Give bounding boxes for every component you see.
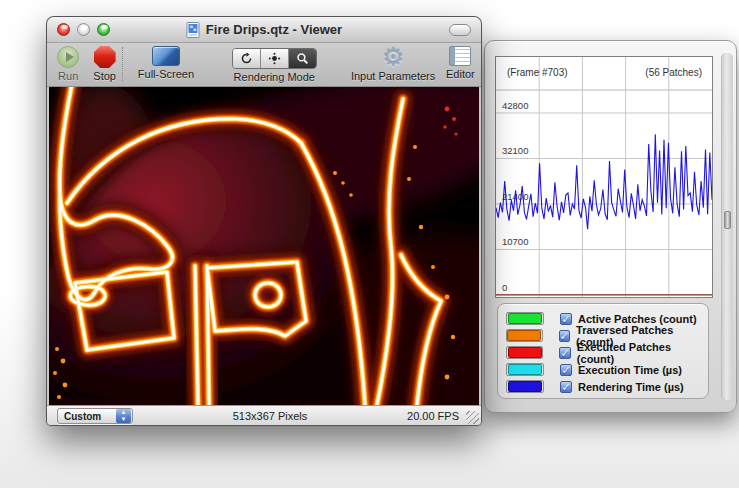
rendering-mode-control: Rendering Mode [224,43,324,83]
fullscreen-label: Full-Screen [138,68,194,80]
color-swatch-frame [506,363,544,376]
toolbar: Run Stop Full-Screen [47,43,481,87]
rendering-time-checkbox[interactable]: ✓ [560,381,572,393]
fire-artwork [49,87,479,405]
execution-time-checkbox[interactable]: ✓ [560,364,572,376]
document-icon [186,22,201,38]
graph-legend: ✓ Active Patches (count) ✓ Traversed Pat… [497,303,709,399]
perf-chart-svg: 010700214003210042800 [496,57,712,297]
legend-row-execution-time: ✓ Execution Time (µs) [506,361,708,378]
active-patches-checkbox[interactable]: ✓ [560,313,572,325]
fullscreen-button[interactable]: Full-Screen [134,43,198,80]
inspect-mode-segment[interactable] [289,49,316,68]
editor-button[interactable]: Editor [440,43,481,80]
close-button[interactable] [57,23,70,36]
legend-label: Rendering Time (µs) [578,381,684,393]
titlebar[interactable]: Fire Drips.qtz - Viewer [47,17,481,43]
rendering-time-swatch [508,381,542,392]
window-title: Fire Drips.qtz - Viewer [206,22,342,37]
statusbar: Custom ▲▼ 513x367 Pixels 20.00 FPS [47,405,481,426]
refresh-mode-segment[interactable] [233,49,261,68]
size-popup-value: Custom [58,411,116,422]
traversed-patches-checkbox[interactable]: ✓ [559,330,571,342]
legend-label: Executed Patches (count) [577,341,708,365]
frame-number-label: (Frame #703) [507,67,568,78]
svg-text:32100: 32100 [502,145,528,156]
rendering-mode-label: Rendering Mode [234,71,315,83]
run-label: Run [58,70,78,82]
drawer-resize-handle[interactable] [724,211,731,229]
patch-count-label: (56 Patches) [645,67,702,78]
fps-indicator: 20.00 FPS [407,410,459,422]
size-popup[interactable]: Custom ▲▼ [57,408,133,424]
svg-text:42800: 42800 [502,100,528,111]
toolbar-pill-button[interactable] [449,24,471,36]
color-swatch-frame [506,346,543,359]
editor-icon [449,46,471,66]
toolbar-separator [122,47,124,81]
legend-label: Execution Time (µs) [578,364,682,376]
input-parameters-label: Input Parameters [351,70,435,82]
legend-row-rendering-time: ✓ Rendering Time (µs) [506,378,708,395]
executed-patches-swatch [508,347,542,358]
stop-button[interactable]: Stop [89,43,119,82]
particle-mode-segment[interactable] [261,49,289,68]
active-patches-swatch [508,313,542,324]
performance-graph: (Frame #703) (56 Patches) 01070021400321… [495,56,713,298]
traversed-patches-swatch [507,330,541,341]
run-button[interactable]: Run [53,43,83,82]
particle-icon [268,52,281,65]
fullscreen-icon [152,46,180,66]
rendering-mode-segments [232,48,317,69]
run-icon [57,46,79,68]
svg-text:0: 0 [502,282,507,293]
stop-label: Stop [93,70,116,82]
color-swatch-frame [506,312,544,325]
refresh-icon [240,52,253,65]
zoom-button[interactable] [97,23,110,36]
performance-drawer: (Frame #703) (56 Patches) 01070021400321… [484,40,737,413]
viewer-window: Fire Drips.qtz - Viewer Run Stop Full-Sc… [46,16,482,426]
viewer-render-image [47,87,481,405]
minimize-button[interactable] [77,23,90,36]
color-swatch-frame [506,380,544,393]
drawer-edge-strip [721,53,733,400]
magnifier-icon [296,52,309,65]
editor-label: Editor [446,68,475,80]
svg-text:10700: 10700 [502,236,528,247]
popup-stepper-icon: ▲▼ [116,409,131,423]
executed-patches-checkbox[interactable]: ✓ [559,347,571,359]
window-resize-grip[interactable] [466,411,479,424]
execution-time-swatch [508,364,542,375]
gear-icon: ⚙ [382,46,404,68]
render-dimensions: 513x367 Pixels [133,410,407,422]
stop-icon [94,46,116,68]
input-parameters-button[interactable]: ⚙ Input Parameters [348,43,437,82]
color-swatch-frame [506,329,543,342]
legend-row-executed: ✓ Executed Patches (count) [506,344,708,361]
